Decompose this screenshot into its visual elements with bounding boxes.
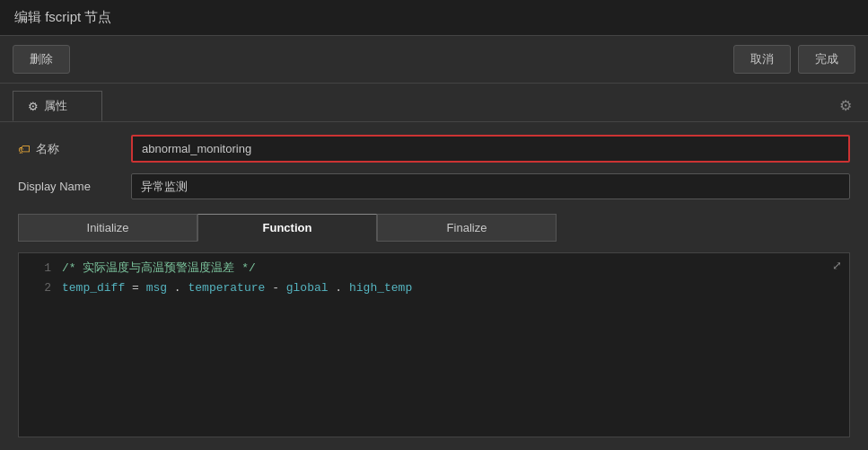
tab-properties[interactable]: ⚙ 属性: [13, 91, 102, 121]
done-button[interactable]: 完成: [798, 45, 855, 74]
section-tabs-row: ⚙ 属性 ⚙: [0, 84, 868, 122]
code-dot2: .: [335, 281, 342, 295]
name-label-text: 名称: [36, 141, 59, 157]
title-bar: 编辑 fscript 节点: [0, 0, 868, 36]
code-var: temp_diff: [62, 281, 125, 295]
display-name-row: Display Name: [18, 173, 850, 199]
name-input[interactable]: [131, 135, 850, 163]
settings-gear-icon[interactable]: ⚙: [839, 97, 852, 114]
page-title: 编辑 fscript 节点: [14, 9, 111, 24]
gear-icon: ⚙: [28, 100, 39, 113]
code-lines: 1 /* 实际温度与高温预警温度温差 */ 2 temp_diff = msg …: [19, 253, 849, 304]
line-content-1: /* 实际温度与高温预警温度温差 */: [62, 259, 256, 278]
code-minus: -: [272, 281, 286, 295]
content-area: 🏷 名称 Display Name Initialize Function Fi…: [0, 122, 868, 450]
display-name-label: Display Name: [18, 180, 117, 193]
line-number-1: 1: [26, 259, 51, 278]
code-prop1: temperature: [188, 281, 265, 295]
delete-button[interactable]: 删除: [13, 45, 70, 74]
code-editor[interactable]: ⤢ 1 /* 实际温度与高温预警温度温差 */ 2 temp_diff = ms…: [18, 252, 850, 437]
expand-icon[interactable]: ⤢: [832, 259, 842, 273]
code-line-2: 2 temp_diff = msg . temperature - global…: [19, 278, 849, 298]
cancel-button[interactable]: 取消: [733, 45, 791, 74]
tag-icon: 🏷: [18, 142, 31, 156]
settings-gear-right: ⚙: [839, 97, 855, 121]
display-name-label-text: Display Name: [18, 180, 91, 193]
toolbar: 删除 取消 完成: [0, 36, 868, 84]
code-msg: msg: [146, 281, 167, 295]
code-global: global: [286, 281, 329, 295]
tab-finalize[interactable]: Finalize: [377, 214, 557, 242]
code-op: =: [132, 281, 146, 295]
code-dot1: .: [174, 281, 181, 295]
main-container: 编辑 fscript 节点 删除 取消 完成 ⚙ 属性 ⚙ 🏷 名称: [0, 0, 868, 450]
code-prop2: high_temp: [349, 281, 412, 295]
name-label: 🏷 名称: [18, 141, 117, 157]
name-row: 🏷 名称: [18, 135, 850, 163]
toolbar-left: 删除: [13, 45, 70, 74]
line-content-2: temp_diff = msg . temperature - global .…: [62, 278, 412, 298]
display-name-input[interactable]: [131, 173, 850, 199]
tab-function[interactable]: Function: [197, 214, 377, 242]
code-line-1: 1 /* 实际温度与高温预警温度温差 */: [19, 259, 849, 278]
toolbar-right: 取消 完成: [733, 45, 855, 74]
line-number-2: 2: [26, 278, 51, 298]
tab-initialize[interactable]: Initialize: [18, 214, 197, 242]
function-tabs: Initialize Function Finalize: [18, 214, 850, 242]
tab-properties-label: 属性: [44, 98, 67, 114]
